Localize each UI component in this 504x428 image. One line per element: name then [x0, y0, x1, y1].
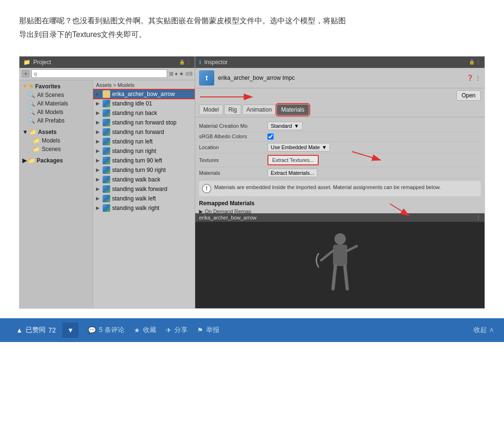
folder-icon: 📁 — [23, 59, 30, 66]
expand-arrow-icon10: ▶ — [96, 177, 100, 182]
share-action[interactable]: ✈ 分享 — [166, 326, 188, 334]
tab-animation[interactable]: Animation — [242, 105, 276, 115]
file-name-run-right: standing run right — [112, 148, 156, 154]
sidebar-item-scenes[interactable]: 📁 Scenes — [19, 145, 93, 153]
svg-line-2 — [321, 251, 333, 260]
anim-icon10 — [103, 185, 110, 193]
file-name-idle: standing idle 01 — [112, 100, 152, 107]
packages-arrow-icon: ▶ — [22, 157, 27, 164]
search-icon-sm: 🔍 — [28, 92, 35, 98]
favorites-label: Favorites — [35, 83, 60, 90]
expand-arrow-icon6: ▶ — [96, 139, 100, 144]
srgb-checkbox[interactable] — [267, 133, 274, 140]
file-run-forward[interactable]: ▶ standing run forward — [93, 127, 195, 137]
file-standing-idle[interactable]: ▶ standing idle 01 — [93, 99, 195, 108]
preview-canvas — [195, 222, 485, 308]
vote-up-icon: ▲ — [16, 326, 23, 334]
vote-down-button[interactable]: ▼ — [62, 323, 78, 338]
file-erika-archer[interactable]: ▶ erika_archer_bow_arrow — [93, 89, 195, 99]
add-button[interactable]: + — [22, 70, 29, 77]
inspector-lock-icon: 🔒 ⋮ — [469, 59, 481, 65]
file-run-left[interactable]: ▶ standing run left — [93, 137, 195, 146]
report-label: 举报 — [206, 326, 219, 334]
all-scenes-label: All Scenes — [37, 92, 64, 98]
tab-rig[interactable]: Rig — [224, 105, 241, 115]
svg-rect-1 — [333, 245, 347, 266]
location-dropdown[interactable]: Use Embedded Mate ▼ — [267, 143, 330, 152]
dropdown-arrow: ▼ — [294, 123, 299, 129]
anim-icon1 — [103, 100, 110, 107]
file-name-walk-back: standing walk back — [112, 176, 160, 183]
tab-materials[interactable]: Materials — [277, 105, 309, 115]
report-action[interactable]: ⚑ 举报 — [197, 326, 219, 334]
row-textures: Textures Extract Textures... — [199, 153, 481, 167]
sidebar-item-all-models[interactable]: 🔍 All Models — [19, 108, 93, 116]
inspector-preview-area: erika_archer_bow_arrow ⋮ — [195, 213, 485, 308]
file-name-erika: erika_archer_bow_arrow — [112, 91, 175, 97]
unity-screenshot: 📁 Project 🔒 ⋮ + ⊞ ♦ ★ ⊙9 ▼ ★ Favorites — [19, 56, 485, 309]
collapse-button[interactable]: 收起 ∧ — [474, 326, 494, 334]
on-demand-arrow: ▶ — [199, 209, 203, 213]
favorites-sidebar: ▼ ★ Favorites 🔍 All Scenes 🔍 All Materia… — [19, 80, 93, 308]
sidebar-item-all-materials[interactable]: 🔍 All Materials — [19, 99, 93, 108]
remapped-materials-header: Remapped Materials — [199, 198, 481, 208]
comments-label: 5 条评论 — [99, 326, 124, 334]
file-name-turn-right: standing turn 90 right — [112, 167, 166, 173]
assets-label: Assets — [38, 129, 57, 135]
location-label: Location — [199, 144, 266, 150]
warning-icon: ! — [202, 184, 211, 193]
row-materials: Materials Extract Materials... — [199, 167, 481, 179]
file-walk-right[interactable]: ▶ standing walk right — [93, 203, 195, 213]
extract-textures-button[interactable]: Extract Textures... — [267, 155, 319, 165]
file-run-right[interactable]: ▶ standing run right — [93, 146, 195, 156]
inspector-title: Inspector — [204, 59, 228, 66]
sidebar-item-models[interactable]: 📁 Models — [19, 136, 93, 145]
search-icon-sm4: 🔍 — [28, 117, 35, 124]
expand-arrow-icon12: ▶ — [96, 196, 100, 201]
favorites-header: ▼ ★ Favorites — [19, 82, 93, 91]
file-turn-90-right[interactable]: ▶ standing turn 90 right — [93, 165, 195, 175]
svg-line-5 — [345, 266, 347, 289]
tab-model[interactable]: Model — [199, 105, 223, 115]
bottom-menu-icon: ⋮ — [476, 215, 481, 220]
comments-action[interactable]: 💬 5 条评论 — [88, 326, 124, 334]
file-name-walk-forward: standing walk forward — [112, 186, 167, 192]
all-materials-label: All Materials — [37, 100, 68, 107]
file-run-back[interactable]: ▶ standing run back — [93, 108, 195, 118]
project-panel: 📁 Project 🔒 ⋮ + ⊞ ♦ ★ ⊙9 ▼ ★ Favorites — [19, 57, 195, 308]
file-name-walk-left: standing walk left — [112, 195, 156, 202]
collect-icon: ★ — [134, 326, 140, 334]
bottom-model-name: erika_archer_bow_arrow — [199, 215, 257, 220]
vote-up-button[interactable]: ▲ 已赞同 72 — [10, 322, 62, 338]
file-walk-back[interactable]: ▶ standing walk back — [93, 175, 195, 184]
report-icon: ⚑ — [197, 326, 203, 334]
anim-icon7 — [103, 157, 110, 164]
svg-line-4 — [333, 266, 335, 289]
open-button[interactable]: Open — [456, 90, 481, 101]
file-walk-left[interactable]: ▶ standing walk left — [93, 194, 195, 203]
file-turn-90-left[interactable]: ▶ standing turn 90 left — [93, 156, 195, 165]
row-location: Location Use Embedded Mate ▼ — [199, 142, 481, 153]
anim-icon2 — [103, 109, 110, 117]
anim-icon3 — [103, 119, 110, 126]
project-toolbar: + ⊞ ♦ ★ ⊙9 — [19, 68, 195, 80]
all-prefabs-label: All Prefabs — [37, 117, 65, 124]
sidebar-item-all-scenes[interactable]: 🔍 All Scenes — [19, 91, 93, 99]
materials-value: Extract Materials... — [267, 169, 481, 177]
file-name-walk-right: standing walk right — [112, 205, 159, 211]
breadcrumb-text: Assets > Models — [96, 82, 134, 88]
collect-action[interactable]: ★ 收藏 — [134, 326, 156, 334]
folder-icon2: 📁 — [29, 129, 37, 135]
file-run-forward-stop[interactable]: ▶ standing run forward stop — [93, 118, 195, 127]
comments-icon: 💬 — [88, 326, 96, 334]
inspector-bottom-bar: erika_archer_bow_arrow ⋮ — [195, 213, 485, 222]
material-creation-dropdown[interactable]: Standard ▼ — [267, 122, 303, 130]
materials-label: Materials — [199, 170, 266, 176]
search-input[interactable] — [31, 69, 167, 78]
extract-materials-button[interactable]: Extract Materials... — [267, 169, 317, 177]
expand-arrow-icon2: ▶ — [96, 101, 100, 106]
file-name-run-back: standing run back — [112, 110, 157, 116]
file-walk-forward[interactable]: ▶ standing walk forward — [93, 184, 195, 194]
folder-icon5: 📁 — [28, 157, 35, 164]
sidebar-item-all-prefabs[interactable]: 🔍 All Prefabs — [19, 116, 93, 125]
